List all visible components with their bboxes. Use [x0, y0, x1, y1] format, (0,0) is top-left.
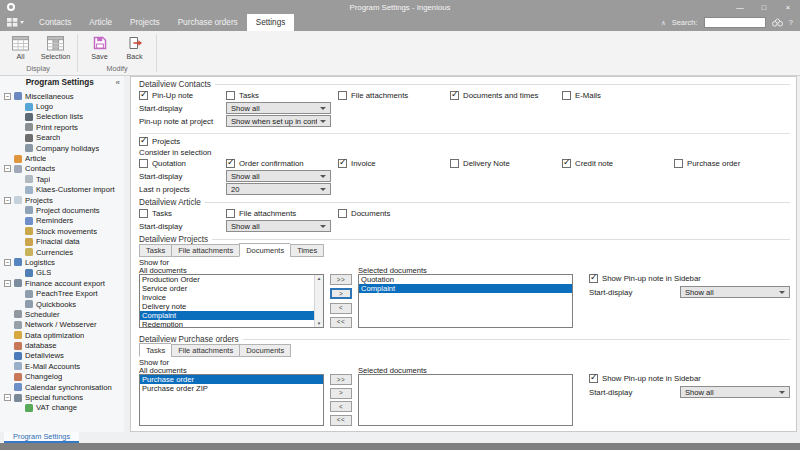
tree-item-database[interactable]: database [0, 340, 124, 350]
ribbon-button-back[interactable]: Back [117, 33, 152, 64]
all-documents-listbox[interactable]: Purchase orderPurchase order ZIP [139, 374, 324, 426]
pinup-note-at-project-select[interactable]: Show when set up in contact [226, 115, 331, 127]
move-left-button[interactable]: < [330, 303, 352, 314]
tree-item-company-holidays[interactable]: Company holidays [0, 143, 124, 153]
checkbox-box[interactable]: ✓ [139, 91, 148, 100]
list-item-complaint[interactable]: Complaint [359, 284, 572, 293]
checkbox-documents-and-times[interactable]: ✓Documents and times [450, 91, 562, 100]
expand-toggle-icon[interactable]: − [4, 93, 11, 100]
find-binoculars-icon[interactable] [772, 18, 783, 27]
tree-item-contacts[interactable]: −Contacts [0, 164, 124, 174]
tree-item-miscellaneous[interactable]: −Miscellaneous [0, 91, 124, 101]
tab-documents[interactable]: Documents [239, 344, 291, 357]
checkbox-box[interactable]: ✓ [226, 209, 235, 218]
list-item-service-order[interactable]: Service order [140, 284, 314, 293]
tree-item-logistics[interactable]: −Logistics [0, 257, 124, 267]
scroll-down-icon[interactable]: ▼ [317, 321, 321, 326]
tree-item-projects[interactable]: −Projects [0, 195, 124, 205]
tree-item-article[interactable]: Article [0, 153, 124, 163]
list-item-production-order[interactable]: Production Order [140, 275, 314, 284]
tree-item-quickbooks[interactable]: Quickbooks [0, 299, 124, 309]
checkbox-box[interactable]: ✓ [450, 91, 459, 100]
list-item-complaint[interactable]: Complaint [140, 311, 314, 320]
move-left-button[interactable]: < [330, 401, 352, 412]
projects-detail-start-display-select[interactable]: Show all [680, 286, 790, 298]
selected-documents-listbox[interactable] [358, 374, 573, 426]
ribbon-tab-contacts[interactable]: Contacts [30, 14, 80, 31]
checkbox-box[interactable]: ✓ [338, 91, 347, 100]
checkbox-box[interactable]: ✓ [226, 159, 235, 168]
checkbox-box[interactable]: ✓ [338, 159, 347, 168]
tree-item-gls[interactable]: GLS [0, 268, 124, 278]
all-documents-listbox[interactable]: Production OrderService orderInvoiceDeli… [139, 274, 324, 328]
checkbox-box[interactable]: ✓ [562, 91, 571, 100]
expand-toggle-icon[interactable]: − [4, 280, 11, 287]
purchase-detail-start-display-select[interactable]: Show all [680, 386, 790, 398]
tree-item-print-reports[interactable]: Print reports [0, 122, 124, 132]
checkbox-e-mails[interactable]: ✓E-Mails [562, 91, 601, 100]
tree-item-stock-movements[interactable]: Stock movements [0, 226, 124, 236]
checkbox-box[interactable]: ✓ [589, 374, 598, 383]
checkbox-box[interactable]: ✓ [589, 274, 598, 283]
tab-file-attachments[interactable]: File attachments [171, 344, 239, 357]
checkbox-quotation[interactable]: ✓Quotation [139, 159, 226, 168]
tree-item-calendar-synchronisation[interactable]: Calendar synchronisation [0, 382, 124, 392]
list-item-redemption[interactable]: Redemption [140, 320, 314, 327]
tab-times[interactable]: Times [290, 244, 324, 257]
checkbox-box[interactable]: ✓ [562, 159, 571, 168]
expand-toggle-icon[interactable]: − [4, 197, 11, 204]
tree-item-detailviews[interactable]: Detailviews [0, 351, 124, 361]
tab-tasks[interactable]: Tasks [139, 244, 171, 257]
tree-item-changelog[interactable]: Changelog [0, 372, 124, 382]
tree-item-peachtree-export[interactable]: PeachTree Export [0, 288, 124, 298]
checkbox-projects[interactable]: ✓ Projects [139, 137, 180, 146]
ribbon-tab-article[interactable]: Article [80, 14, 121, 31]
list-item-purchase-order-zip[interactable]: Purchase order ZIP [140, 384, 323, 393]
selected-documents-listbox[interactable]: QuotationComplaint [358, 274, 573, 328]
ribbon-button-selection[interactable]: Selection [38, 33, 73, 64]
move-right-button[interactable]: > [330, 388, 352, 399]
checkbox-order-confirmation[interactable]: ✓Order confirmation [226, 159, 338, 168]
tree-item-search[interactable]: Search [0, 133, 124, 143]
checkbox-file-attachments[interactable]: ✓File attachments [338, 91, 450, 100]
tab-file-attachments[interactable]: File attachments [171, 244, 239, 257]
tree-item-reminders[interactable]: Reminders [0, 216, 124, 226]
checkbox-invoice[interactable]: ✓Invoice [338, 159, 450, 168]
collapse-ribbon-icon[interactable]: ∧ [661, 19, 666, 27]
checkbox-show-pinup-note-in-sidebar[interactable]: ✓ Show Pin-up note in Sidebar [589, 374, 790, 383]
tree-item-tapi[interactable]: Tapi [0, 174, 124, 184]
checkbox-box[interactable]: ✓ [139, 137, 148, 146]
tab-tasks[interactable]: Tasks [139, 343, 171, 357]
help-icon[interactable]: ? [789, 18, 793, 27]
checkbox-purchase-order[interactable]: ✓Purchase order [674, 159, 740, 168]
checkbox-file-attachments[interactable]: ✓File attachments [226, 209, 338, 218]
list-item-invoice[interactable]: Invoice [140, 293, 314, 302]
checkbox-box[interactable]: ✓ [338, 209, 347, 218]
tab-documents[interactable]: Documents [239, 243, 290, 257]
tree-item-network-webserver[interactable]: Network / Webserver [0, 320, 124, 330]
tree-item-vat-change[interactable]: VAT change [0, 403, 124, 413]
tree-item-logo[interactable]: Logo [0, 101, 124, 111]
checkbox-box[interactable]: ✓ [139, 159, 148, 168]
checkbox-delivery-note[interactable]: ✓Delivery Note [450, 159, 562, 168]
list-item-purchase-order[interactable]: Purchase order [140, 375, 323, 384]
checkbox-box[interactable]: ✓ [450, 159, 459, 168]
checkbox-box[interactable]: ✓ [674, 159, 683, 168]
tree-item-data-optimization[interactable]: Data optimization [0, 330, 124, 340]
tree-item-scheduler[interactable]: Scheduler [0, 309, 124, 319]
checkbox-box[interactable]: ✓ [139, 209, 148, 218]
ribbon-button-save[interactable]: Save [82, 33, 117, 64]
expand-toggle-icon[interactable]: − [4, 259, 11, 266]
tree-item-project-documents[interactable]: Project documents [0, 205, 124, 215]
checkbox-tasks[interactable]: ✓Tasks [139, 209, 226, 218]
tree-item-e-mail-accounts[interactable]: E-Mail Accounts [0, 361, 124, 371]
checkbox-documents[interactable]: ✓Documents [338, 209, 390, 218]
expand-toggle-icon[interactable]: − [4, 394, 11, 401]
ribbon-tab-settings[interactable]: Settings [247, 14, 295, 31]
ribbon-tab-projects[interactable]: Projects [121, 14, 169, 31]
move-all-right-button[interactable]: >> [330, 274, 352, 285]
move-all-left-button[interactable]: << [330, 415, 352, 426]
app-menu-button[interactable] [0, 14, 30, 31]
checkbox-tasks[interactable]: ✓Tasks [226, 91, 338, 100]
footer-tab-program-settings[interactable]: Program Settings [4, 432, 79, 443]
